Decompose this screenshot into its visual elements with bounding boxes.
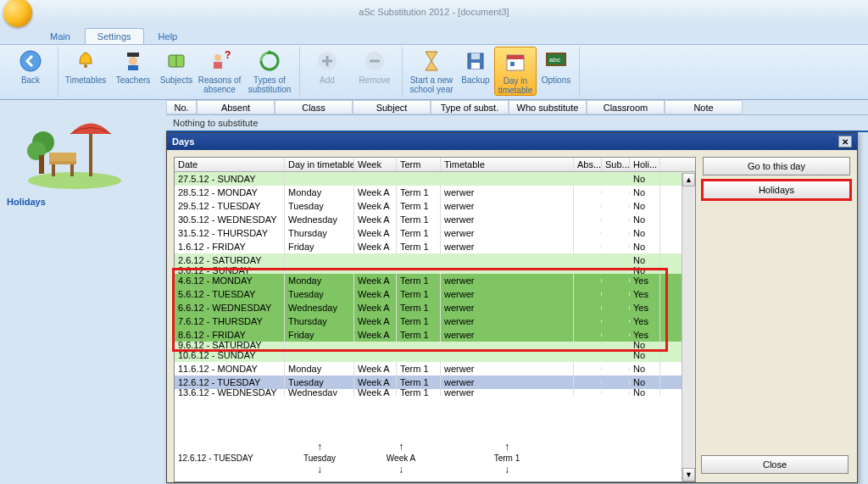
svg-rect-18	[510, 62, 515, 66]
bgcol-note[interactable]: Note	[665, 100, 743, 114]
holidays-scene-icon	[7, 107, 142, 192]
table-row[interactable]: 7.6.12 - THURSDAYThursdayWeek ATerm 1wer…	[175, 314, 695, 328]
table-row[interactable]: 2.6.12 - SATURDAYNo	[175, 253, 695, 267]
types-button[interactable]: Types of substitution	[243, 47, 296, 94]
subjects-button[interactable]: Subjects	[157, 47, 196, 85]
svg-point-21	[28, 172, 121, 189]
backup-button[interactable]: Backup	[457, 47, 494, 85]
nav-day: Tuesday	[303, 453, 336, 463]
col-date[interactable]: Date	[175, 158, 285, 171]
table-row[interactable]: 1.6.12 - FRIDAYFridayWeek ATerm 1werwerN…	[175, 240, 695, 253]
side-panel: Holidays	[0, 100, 166, 484]
holidays-button[interactable]: Holidays	[703, 181, 850, 199]
days-grid[interactable]: Date Day in timetable Week Term Timetabl…	[174, 157, 696, 482]
table-row[interactable]: 9.6.12 - SATURDAYNo	[175, 342, 695, 348]
calendar-day-icon	[503, 49, 528, 75]
svg-point-7	[214, 54, 221, 61]
new-year-button[interactable]: Start a new school year	[406, 47, 457, 94]
svg-rect-4	[128, 65, 138, 70]
col-day[interactable]: Day in timetable	[285, 158, 354, 171]
teacher-icon	[120, 48, 146, 74]
day-in-timetable-button[interactable]: Day in timetable	[494, 47, 537, 96]
table-row[interactable]: 27.5.12 - SUNDAYNo	[175, 172, 695, 186]
table-row[interactable]: 12.6.12 - TUESDAYTuesdayWeek ATerm 1werw…	[175, 376, 695, 389]
hourglass-icon	[419, 48, 444, 74]
bell-icon	[73, 48, 98, 74]
table-row[interactable]: 8.6.12 - FRIDAYFridayWeek ATerm 1werwerY…	[175, 328, 695, 342]
term-up-button[interactable]: ↑	[504, 442, 509, 452]
table-row[interactable]: 11.6.12 - MONDAYMondayWeek ATerm 1werwer…	[175, 362, 695, 376]
table-row[interactable]: 6.6.12 - WEDNESDAYWednesdayWeek ATerm 1w…	[175, 301, 695, 314]
term-down-button[interactable]: ↓	[504, 465, 509, 475]
minus-icon	[362, 48, 387, 74]
table-row[interactable]: 13.6.12 - WEDNESDAYWednesdayWeek ATerm 1…	[175, 389, 695, 396]
svg-rect-2	[127, 53, 139, 57]
table-row[interactable]: 30.5.12 - WEDNESDAYWednesdayWeek ATerm 1…	[175, 213, 695, 226]
scroll-down-button[interactable]: ▼	[682, 468, 695, 481]
week-down-button[interactable]: ↓	[398, 465, 403, 475]
menu-bar: Main Settings Help	[0, 24, 868, 44]
teachers-button[interactable]: Teachers	[109, 47, 157, 85]
svg-rect-15	[471, 63, 480, 69]
back-button[interactable]: Back	[7, 47, 54, 85]
table-row[interactable]: 3.6.12 - SUNDAYNo	[175, 267, 695, 274]
table-row[interactable]: 4.6.12 - MONDAYMondayWeek ATerm 1werwerY…	[175, 274, 695, 287]
title-bar: aSc Substitution 2012 - [document3]	[0, 0, 868, 24]
goto-day-button[interactable]: Go to this day	[703, 157, 850, 175]
tab-settings[interactable]: Settings	[85, 28, 144, 44]
bgcol-class[interactable]: Class	[275, 100, 353, 114]
svg-text:?: ?	[225, 50, 231, 61]
bgcol-classroom[interactable]: Classroom	[587, 100, 665, 114]
svg-rect-25	[52, 164, 55, 176]
table-row[interactable]: 31.5.12 - THURSDAYThursdayWeek ATerm 1we…	[175, 226, 695, 240]
col-timetable[interactable]: Timetable	[441, 158, 574, 171]
nav-date: 12.6.12 - TUESDAY	[178, 453, 253, 463]
table-row[interactable]: 29.5.12 - TUESDAYTuesdayWeek ATerm 1werw…	[175, 199, 695, 213]
bgcol-no[interactable]: No.	[166, 100, 197, 114]
side-label-holidays: Holidays	[7, 197, 159, 207]
tab-main[interactable]: Main	[37, 28, 83, 44]
svg-point-3	[129, 57, 137, 65]
scroll-up-button[interactable]: ▲	[682, 173, 695, 186]
bg-columns: No. Absent Class Subject Type of subst. …	[166, 100, 868, 115]
back-arrow-icon	[18, 48, 43, 74]
col-week[interactable]: Week	[354, 158, 397, 171]
nav-week: Week A	[387, 453, 415, 463]
svg-text:abc: abc	[549, 56, 560, 64]
plus-icon	[314, 48, 340, 74]
bgcol-type[interactable]: Type of subst.	[431, 100, 509, 114]
col-hol[interactable]: Holi...	[630, 158, 660, 171]
week-up-button[interactable]: ↑	[398, 442, 403, 452]
table-row[interactable]: 28.5.12 - MONDAYMondayWeek ATerm 1werwer…	[175, 186, 695, 199]
add-button: Add	[303, 47, 351, 85]
bgcol-subject[interactable]: Subject	[353, 100, 431, 114]
disk-icon	[463, 48, 488, 74]
days-dialog: Days ✕ Date Day in timetable Week Term T…	[166, 132, 858, 483]
table-row[interactable]: 10.6.12 - SUNDAYNo	[175, 348, 695, 362]
remove-button: Remove	[351, 47, 398, 85]
table-row[interactable]: 5.6.12 - TUESDAYTuesdayWeek ATerm 1werwe…	[175, 287, 695, 301]
col-abs[interactable]: Abs...	[574, 158, 602, 171]
options-button[interactable]: abcOptions	[537, 47, 576, 85]
col-sub[interactable]: Sub...	[602, 158, 630, 171]
workspace: Holidays No. Absent Class Subject Type o…	[0, 100, 868, 484]
col-term[interactable]: Term	[397, 158, 441, 171]
grid-body[interactable]: 27.5.12 - SUNDAYNo28.5.12 - MONDAYMonday…	[175, 172, 695, 396]
ribbon: Back Timetables Teachers Subjects ?Reaso…	[0, 44, 868, 100]
grid-scrollbar[interactable]: ▲ ▼	[682, 173, 695, 481]
content-area: No. Absent Class Subject Type of subst. …	[166, 100, 868, 484]
bgcol-absent[interactable]: Absent	[197, 100, 275, 114]
timetables-button[interactable]: Timetables	[62, 47, 109, 85]
close-button[interactable]: Close	[701, 455, 849, 474]
close-icon[interactable]: ✕	[838, 136, 852, 147]
bg-nothing-msg: Nothing to substitute	[166, 115, 868, 132]
svg-rect-8	[214, 62, 222, 69]
nav-row: 12.6.12 - TUESDAY ↑ Tuesday ↓ ↑ Week A ↓	[175, 426, 695, 481]
svg-rect-14	[471, 53, 480, 59]
tab-help[interactable]: Help	[146, 28, 191, 44]
day-down-button[interactable]: ↓	[317, 465, 322, 475]
reasons-button[interactable]: ?Reasons of absence	[196, 47, 243, 94]
day-up-button[interactable]: ↑	[317, 442, 322, 452]
svg-rect-26	[70, 164, 74, 176]
bgcol-who[interactable]: Who substitute	[509, 100, 587, 114]
